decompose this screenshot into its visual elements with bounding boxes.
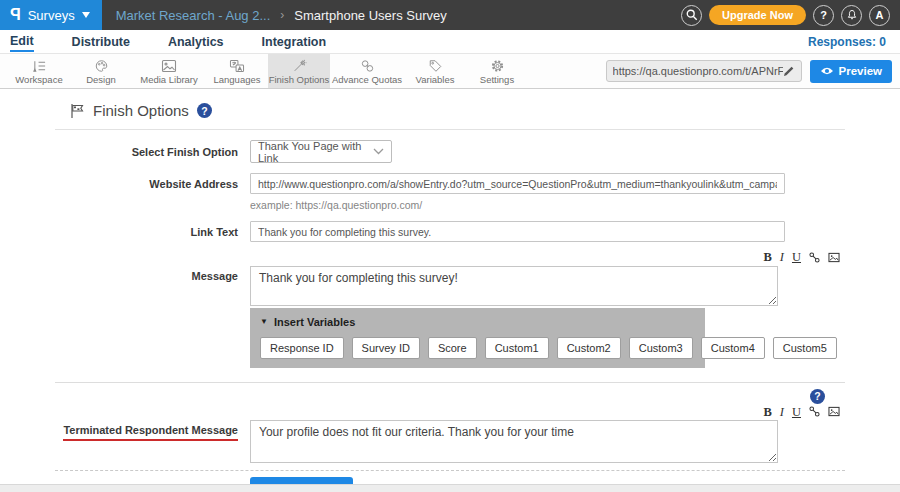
tool-finish-options[interactable]: Finish Options [268, 54, 330, 88]
var-custom4-button[interactable]: Custom4 [701, 337, 765, 359]
italic-button[interactable]: I [780, 251, 784, 264]
tool-settings[interactable]: Settings [466, 54, 528, 88]
chevron-down-icon [82, 12, 90, 18]
message-row: Message Thank you for completing this su… [55, 266, 845, 306]
tool-languages[interactable]: Languages [206, 54, 268, 88]
app-window: P Surveys Market Research - Aug 2... › S… [0, 0, 900, 484]
var-custom5-button[interactable]: Custom5 [773, 337, 837, 359]
product-name: Surveys [28, 8, 75, 23]
finish-option-value: Thank You Page with Link [258, 140, 373, 164]
tab-edit[interactable]: Edit [10, 32, 34, 52]
search-button[interactable] [681, 5, 702, 26]
link-button[interactable] [809, 252, 820, 263]
help-icon[interactable]: ? [810, 389, 825, 404]
edit-toolbar: Workspace Design Media Library Languages… [0, 54, 900, 89]
survey-nav: Edit Distribute Analytics Integration Re… [0, 30, 900, 54]
message-textarea[interactable]: Thank you for completing this survey! [250, 266, 778, 306]
tab-analytics[interactable]: Analytics [168, 33, 224, 51]
var-custom3-button[interactable]: Custom3 [629, 337, 693, 359]
bold-button[interactable]: B [763, 406, 771, 419]
website-address-input[interactable] [250, 173, 785, 194]
bottom-strip [0, 484, 900, 492]
wand-icon [292, 58, 307, 73]
bell-icon [846, 9, 858, 21]
translate-icon [229, 58, 245, 73]
tool-workspace[interactable]: Workspace [8, 54, 70, 88]
terminated-message-textarea[interactable]: Your profile does not fit our criteria. … [250, 420, 778, 463]
tool-variables[interactable]: Variables [404, 54, 466, 88]
insert-image-button[interactable] [828, 406, 840, 417]
link-text-input[interactable] [250, 221, 785, 242]
dashed-divider [55, 470, 845, 471]
upgrade-button[interactable]: Upgrade Now [709, 5, 806, 25]
eye-icon [820, 66, 834, 76]
insert-variables-title: Insert Variables [274, 316, 355, 328]
preview-button[interactable]: Preview [810, 60, 892, 83]
italic-button[interactable]: I [780, 406, 784, 419]
bold-button[interactable]: B [763, 251, 771, 264]
top-header: P Surveys Market Research - Aug 2... › S… [0, 0, 900, 30]
finish-option-row: Select Finish Option Thank You Page with… [55, 140, 845, 163]
var-custom1-button[interactable]: Custom1 [485, 337, 549, 359]
underline-button[interactable]: U [792, 251, 801, 264]
avatar: A [876, 10, 884, 21]
var-survey-id-button[interactable]: Survey ID [352, 337, 420, 359]
question-icon: ? [820, 10, 827, 21]
search-icon [686, 9, 698, 21]
help-button[interactable]: ? [813, 5, 834, 26]
website-address-label: Website Address [55, 178, 250, 190]
breadcrumb-folder[interactable]: Market Research - Aug 2... [116, 8, 271, 23]
variable-buttons: Response ID Survey ID Score Custom1 Cust… [260, 337, 695, 359]
terminated-help-row: ? [55, 383, 845, 404]
insert-image-button[interactable] [828, 252, 840, 263]
finish-option-select[interactable]: Thank You Page with Link [250, 140, 392, 163]
terminated-editor-toolbar: B I U [110, 406, 840, 419]
tab-distribute[interactable]: Distribute [72, 33, 130, 51]
collapse-triangle-icon: ▼ [260, 317, 268, 326]
flag-icon [69, 103, 85, 119]
responses-count[interactable]: Responses: 0 [808, 35, 890, 49]
product-switcher[interactable]: P Surveys [0, 0, 102, 30]
insert-variables-toggle[interactable]: ▼ Insert Variables [260, 316, 695, 328]
palette-icon [94, 58, 109, 73]
breadcrumb: Market Research - Aug 2... › Smartphone … [116, 0, 447, 30]
survey-url-field[interactable]: https://qa.questionpro.com/t/APNrFZgQ [606, 60, 802, 82]
terminated-message-label: Terminated Respondent Message [55, 420, 250, 441]
edit-pencil-icon[interactable] [783, 65, 795, 77]
tool-design[interactable]: Design [70, 54, 132, 88]
tool-advance-quotas[interactable]: Advance Quotas [330, 54, 404, 88]
survey-url: https://qa.questionpro.com/t/APNrFZgQ [613, 65, 783, 77]
website-address-row: Website Address [55, 173, 845, 194]
message-label: Message [55, 266, 250, 282]
tag-icon [428, 58, 443, 73]
terminated-message-row: Terminated Respondent Message Your profi… [55, 420, 845, 463]
var-score-button[interactable]: Score [428, 337, 477, 359]
var-custom2-button[interactable]: Custom2 [557, 337, 621, 359]
image-icon [161, 58, 177, 73]
header-actions: Upgrade Now ? A [681, 0, 900, 30]
website-address-example: example: https://qa.questionpro.com/ [250, 199, 845, 211]
var-response-id-button[interactable]: Response ID [260, 337, 344, 359]
underline-button[interactable]: U [792, 406, 801, 419]
page-title: Finish Options [93, 102, 189, 119]
link-button[interactable] [809, 406, 820, 417]
link-text-label: Link Text [55, 226, 250, 238]
ribbon-right: https://qa.questionpro.com/t/APNrFZgQ Pr… [606, 54, 900, 88]
insert-variables-panel: ▼ Insert Variables Response ID Survey ID… [250, 308, 705, 368]
workspace-icon [32, 58, 47, 73]
questionpro-logo: P [10, 6, 21, 24]
page-head: Finish Options ? [55, 89, 845, 130]
message-editor-toolbar: B I U [110, 251, 840, 264]
tab-integration[interactable]: Integration [262, 33, 327, 51]
breadcrumb-survey-name: Smartphone Users Survey [294, 8, 446, 23]
finish-option-label: Select Finish Option [55, 146, 250, 158]
notifications-button[interactable] [841, 5, 862, 26]
chain-icon [360, 58, 375, 73]
tool-media-library[interactable]: Media Library [132, 54, 206, 88]
breadcrumb-separator-icon: › [280, 8, 284, 22]
account-button[interactable]: A [869, 5, 890, 26]
finish-options-panel: Finish Options ? Select Finish Option Th… [0, 89, 900, 484]
link-text-row: Link Text [55, 221, 845, 242]
help-icon[interactable]: ? [197, 103, 212, 118]
gear-icon [490, 58, 505, 73]
